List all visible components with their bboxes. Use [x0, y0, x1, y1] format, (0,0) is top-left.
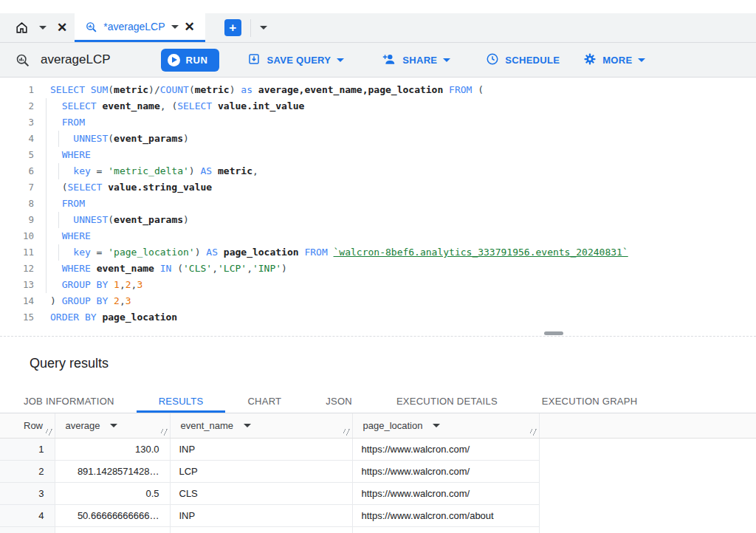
code-line: 13 GROUP BY 1,2,3 [0, 277, 756, 293]
cell-event-name: INP [170, 504, 352, 526]
code-token: ( [108, 84, 114, 95]
code-token [50, 263, 62, 274]
column-menu-chevron-down-icon[interactable] [244, 424, 251, 427]
code-token: ) [183, 133, 189, 144]
results-tab-job-information[interactable]: JOB INFORMATION [1, 390, 137, 413]
code-token: ORDER BY [50, 312, 102, 323]
query-magnifier-icon [15, 52, 30, 68]
code-token: page_location [102, 312, 177, 323]
code-line: 2 SELECT event_name, (SELECT value.int_v… [0, 98, 756, 114]
code-token: ) [195, 247, 207, 258]
line-number: 8 [0, 196, 34, 212]
line-number: 13 [0, 277, 34, 293]
cell-event-name: LCP [170, 460, 352, 482]
column-resize-handle[interactable] [343, 429, 350, 436]
code-text: ORDER BY page_location [34, 309, 177, 326]
column-resize-handle[interactable] [161, 429, 168, 436]
code-text: key = 'page_location') AS page_location … [34, 244, 628, 261]
query-title: averageLCP [41, 52, 111, 67]
code-token: ( [478, 84, 484, 95]
code-token: )/ [148, 84, 160, 95]
cell-row-number: 2 [0, 460, 55, 482]
share-button[interactable]: SHARE [382, 52, 450, 67]
code-token: 2 [114, 295, 120, 306]
code-token: GROUP BY [62, 279, 114, 290]
results-tab-results[interactable]: RESULTS [137, 390, 226, 413]
code-token [50, 182, 62, 193]
sql-code-editor[interactable]: 1SELECT SUM(metric)/COUNT(metric) as ave… [0, 78, 756, 330]
code-line: 12 WHERE event_name IN ('CLS','LCP','INP… [0, 261, 756, 277]
code-token: COUNT [160, 84, 189, 95]
cell-filler [539, 460, 756, 482]
results-tab-execution-details[interactable]: EXECUTION DETAILS [374, 390, 520, 413]
code-token: metric [114, 84, 148, 95]
more-button[interactable]: MORE [583, 52, 645, 68]
person-add-icon [382, 52, 396, 67]
line-number: 1 [0, 82, 34, 98]
table-row-partial [0, 526, 756, 533]
cell [55, 526, 170, 533]
code-token: , [252, 165, 258, 176]
code-token: 3 [137, 279, 142, 290]
tab-chevron-down-icon[interactable] [171, 25, 179, 29]
home-icon[interactable] [15, 21, 29, 35]
code-token: 'page_location' [108, 247, 194, 258]
save-query-button[interactable]: SAVE QUERY [247, 52, 344, 68]
splitter-drag-handle[interactable] [544, 331, 563, 335]
column-header-average: average [55, 413, 170, 438]
more-chevron-down-icon [638, 58, 645, 62]
table-row: 1130.0INPhttps://www.walcron.com/ [0, 438, 756, 460]
results-tab-json[interactable]: JSON [303, 390, 374, 413]
tab-close-icon[interactable]: ✕ [185, 21, 195, 33]
code-text: WHERE event_name IN ('CLS','LCP','INP') [34, 261, 287, 277]
cell-event-name: INP [170, 438, 352, 460]
cell-page-location: https://www.walcron.com/about [352, 504, 539, 526]
schedule-button[interactable]: SCHEDULE [486, 52, 560, 68]
cell-average: 891.1428571428… [55, 460, 170, 482]
code-token [50, 133, 73, 144]
results-tab-chart[interactable]: CHART [225, 390, 303, 413]
code-token: event_params [114, 133, 183, 144]
code-line: 7 (SELECT value.string_value [0, 179, 756, 196]
code-line: 6 key = 'metric_delta') AS metric, [0, 163, 756, 179]
line-number: 6 [0, 163, 34, 179]
code-token: metric [218, 165, 252, 176]
column-menu-chevron-down-icon[interactable] [110, 424, 117, 427]
tab-strip-controls: ✕ [0, 13, 67, 42]
column-resize-handle[interactable] [46, 429, 52, 436]
column-menu-chevron-down-icon[interactable] [433, 424, 440, 427]
code-token: value.int_value [218, 100, 304, 111]
code-line: 10 WHERE [0, 228, 756, 244]
line-number: 7 [0, 179, 34, 196]
cell-average: 0.5 [55, 482, 170, 504]
column-label: average [66, 420, 100, 431]
home-menu-chevron-down-icon[interactable] [39, 26, 47, 30]
code-token: event_params [114, 214, 183, 225]
table-reference-link[interactable]: `walcron-8bef6.analytics_333791956.event… [334, 247, 628, 258]
code-token: GROUP BY [62, 295, 114, 306]
code-text: (SELECT value.string_value [34, 179, 212, 196]
new-tab-menu-chevron-down-icon[interactable] [260, 26, 267, 30]
code-token: ( [108, 214, 114, 225]
line-number: 11 [0, 244, 34, 261]
code-token: ( [189, 84, 195, 95]
code-token: , [120, 295, 126, 306]
results-tab-execution-graph[interactable]: EXECUTION GRAPH [520, 390, 659, 413]
code-token: 3 [126, 295, 131, 306]
column-label: event_name [181, 420, 234, 431]
code-token: WHERE [62, 230, 91, 241]
code-line: 9 UNNEST(event_params) [0, 212, 756, 228]
table-row: 30.5CLShttps://www.walcron.com/ [0, 482, 756, 504]
run-button[interactable]: RUN [161, 49, 220, 72]
code-token: ) [230, 84, 236, 95]
code-token: SELECT [62, 100, 103, 111]
tab-averagelcp[interactable]: *averageLCP ✕ [75, 13, 205, 42]
column-resize-handle[interactable] [530, 429, 537, 436]
code-text: FROM [34, 196, 85, 212]
code-token: , ( [160, 100, 177, 111]
close-home-icon[interactable]: ✕ [57, 21, 67, 34]
query-toolbar: averageLCP RUN SAVE QUERY [0, 43, 756, 78]
new-tab-button[interactable]: + [224, 19, 241, 36]
panel-splitter [0, 330, 756, 337]
bigquery-editor-window: ✕ *averageLCP ✕ + av [0, 0, 756, 533]
